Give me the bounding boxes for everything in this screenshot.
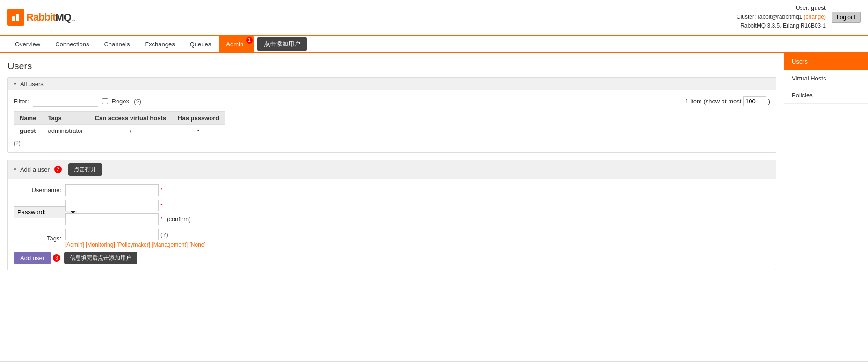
user-name-cell[interactable]: guest	[14, 124, 42, 137]
tag-monitoring[interactable]: [Monitoring]	[86, 241, 115, 248]
user-name: guest	[811, 5, 826, 11]
show-at-most-input[interactable]	[743, 96, 766, 106]
nav-admin[interactable]: Admin 1	[219, 36, 254, 52]
page-title: Users	[7, 61, 776, 72]
add-user-btn-tooltip: 信息填完后点击添加用户	[64, 252, 137, 264]
tag-management[interactable]: [Management]	[152, 241, 188, 248]
username-row: Username: *	[14, 184, 770, 196]
password-row: Password: Hashed password: * * (confirm)	[14, 200, 770, 225]
logo-icon	[7, 9, 24, 26]
svg-rect-1	[16, 14, 19, 21]
regex-help: (?)	[134, 98, 141, 105]
password-required: *	[160, 202, 163, 209]
add-user-header[interactable]: ▼ Add a user 2 点击打开	[8, 160, 776, 179]
nav-overview[interactable]: Overview	[7, 36, 48, 52]
logo: RabbitMQ...	[7, 9, 75, 26]
user-line: User: guest	[737, 4, 826, 13]
password-confirm-input[interactable]	[65, 213, 159, 225]
all-users-header[interactable]: ▼ All users	[8, 78, 776, 90]
add-user-section: ▼ Add a user 2 点击打开 Username: * Password…	[7, 160, 776, 270]
tag-policymaker[interactable]: [Policymaker]	[117, 241, 150, 248]
cluster-change-link[interactable]: (change)	[804, 14, 826, 20]
tag-admin[interactable]: [Admin]	[65, 241, 84, 248]
cluster-line: Cluster: rabbit@rabbitmq1 (change)	[737, 13, 826, 22]
table-row: guest administrator / •	[14, 124, 225, 137]
nav-tooltip: 点击添加用户	[257, 37, 307, 51]
col-vhosts: Can access virtual hosts	[89, 111, 172, 124]
footer: HTTP API | Command Line Update every 5 s…	[0, 361, 868, 364]
add-user-button[interactable]: Add user	[14, 252, 51, 264]
nav-admin-badge: 1	[246, 37, 253, 44]
password-confirm-required: *	[160, 216, 163, 223]
nav: Overview Connections Channels Exchanges …	[0, 36, 868, 53]
col-name: Name	[14, 111, 42, 124]
version-text: RabbitMQ 3.3.5, Erlang R16B03-1	[740, 22, 826, 29]
regex-label: Regex	[112, 98, 130, 105]
nav-queues[interactable]: Queues	[182, 36, 219, 52]
user-password-cell: •	[172, 124, 225, 137]
user-vhosts-cell: /	[89, 124, 172, 137]
items-count-close: )	[768, 98, 770, 105]
tag-none[interactable]: [None]	[190, 241, 206, 248]
nav-exchanges[interactable]: Exchanges	[137, 36, 182, 52]
user-tags-cell: administrator	[42, 124, 89, 137]
svg-rect-0	[12, 16, 15, 21]
tags-row: Tags: (?) [Admin] [Monitoring] [Policyma…	[14, 229, 770, 248]
password-input[interactable]	[65, 200, 159, 211]
sidebar-item-users[interactable]: Users	[784, 53, 868, 70]
add-btn-row: Add user 3 信息填完后点击添加用户	[14, 252, 770, 264]
main: Users ▼ All users Filter: Regex (?) 1 it…	[0, 53, 868, 361]
all-users-content: Filter: Regex (?) 1 item (show at most )…	[8, 90, 776, 152]
version-line: RabbitMQ 3.3.5, Erlang R16B03-1	[737, 22, 826, 30]
items-count: 1 item (show at most	[685, 98, 741, 105]
add-user-badge: 2	[54, 166, 62, 173]
sidebar: Users Virtual Hosts Policies	[784, 53, 868, 361]
col-password: Has password	[172, 111, 225, 124]
cluster-name: rabbit@rabbitmq1	[758, 14, 802, 20]
logout-button[interactable]: Log out	[832, 12, 861, 23]
sidebar-item-virtual-hosts[interactable]: Virtual Hosts	[784, 70, 868, 87]
confirm-label: (confirm)	[167, 216, 190, 223]
header: RabbitMQ... User: guest Cluster: rabbit@…	[0, 0, 868, 36]
add-user-tooltip: 点击打开	[68, 163, 102, 176]
user-label: User:	[796, 5, 810, 11]
col-tags: Tags	[42, 111, 89, 124]
all-users-label: All users	[20, 80, 44, 87]
filter-label: Filter:	[14, 98, 29, 105]
tags-input[interactable]	[65, 229, 159, 240]
username-required: *	[160, 187, 163, 194]
sidebar-item-policies[interactable]: Policies	[784, 87, 868, 104]
all-users-section: ▼ All users Filter: Regex (?) 1 item (sh…	[7, 77, 776, 153]
nav-channels[interactable]: Channels	[96, 36, 137, 52]
filter-row: Filter: Regex (?) 1 item (show at most )	[14, 96, 770, 107]
username-input[interactable]	[65, 184, 159, 196]
content: Users ▼ All users Filter: Regex (?) 1 it…	[0, 53, 784, 361]
add-user-arrow: ▼	[13, 167, 17, 172]
filter-right: 1 item (show at most )	[685, 96, 770, 106]
header-user-info: User: guest Cluster: rabbit@rabbitmq1 (c…	[737, 4, 826, 31]
users-table: Name Tags Can access virtual hosts Has p…	[14, 111, 225, 137]
username-label: Username:	[14, 187, 65, 194]
header-right: User: guest Cluster: rabbit@rabbitmq1 (c…	[737, 4, 861, 31]
tags-help: (?)	[160, 231, 168, 238]
all-users-arrow: ▼	[13, 81, 17, 87]
users-help: (?)	[14, 140, 770, 146]
add-user-btn-badge: 3	[53, 254, 60, 262]
filter-input[interactable]	[33, 96, 98, 107]
add-user-content: Username: * Password: Hashed password:	[8, 179, 776, 270]
cluster-label: Cluster:	[737, 14, 756, 20]
tags-links: [Admin] [Monitoring] [Policymaker] [Mana…	[65, 241, 206, 248]
nav-connections[interactable]: Connections	[48, 36, 96, 52]
add-user-label: Add a user	[20, 166, 50, 173]
regex-checkbox[interactable]	[102, 98, 108, 104]
tags-label: Tags:	[14, 235, 65, 242]
logo-text: RabbitMQ...	[26, 11, 75, 23]
